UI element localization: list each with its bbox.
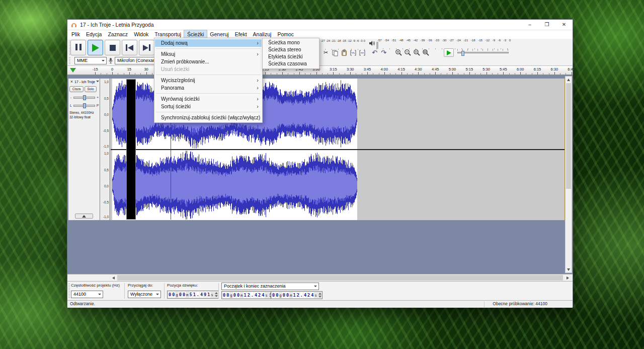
trim-audio-button[interactable] (349, 48, 357, 57)
timeline-ruler[interactable]: -1501530451:001:151:301:452:002:152:302:… (67, 66, 573, 75)
scroll-right-button[interactable] (565, 274, 571, 281)
ruler-tick (350, 72, 351, 75)
track-area[interactable]: × 17 - Ich Troje Cisza Solo - + L P Ster… (67, 75, 573, 274)
tracks-menu-item[interactable]: Miksuj› (155, 50, 262, 58)
silence-audio-button[interactable] (358, 48, 366, 57)
redo-button[interactable]: ↷ (379, 48, 388, 57)
menubar-item-plik[interactable]: Plik (68, 30, 83, 39)
spin-up-icon[interactable] (318, 293, 321, 295)
audio-track[interactable]: × 17 - Ich Troje Cisza Solo - + L P Ster… (68, 79, 565, 220)
toolbar-grip[interactable] (69, 57, 70, 64)
waveform-channel-right[interactable] (112, 150, 357, 220)
scroll-up-button[interactable] (566, 77, 572, 83)
menu-separator (156, 48, 261, 49)
play-at-speed-button[interactable] (444, 48, 454, 57)
toolbar-grip[interactable] (68, 284, 70, 299)
undo-button[interactable]: ↶ (370, 48, 379, 57)
status-message: Odtwarzanie. (70, 301, 95, 306)
pause-button[interactable] (70, 40, 86, 55)
ruler-time-label: 3:45 (360, 67, 374, 72)
ruler-tick (310, 73, 311, 75)
minimize-button[interactable]: – (521, 20, 538, 30)
track-collapse-button[interactable] (75, 214, 93, 219)
tracks-menu-item[interactable]: Wycisz/zgłośnij› (155, 77, 262, 84)
submenu-item[interactable]: Ścieżka czasowa (263, 60, 318, 67)
amplitude-label: 1,0 (101, 152, 109, 155)
cut-button[interactable]: ✂ (321, 48, 330, 57)
project-rate-select[interactable]: 44100 (71, 291, 103, 298)
zoom-selection-button[interactable] (413, 48, 421, 57)
spin-up-icon[interactable] (215, 292, 218, 294)
spin-down-icon[interactable] (318, 296, 321, 298)
clipboard-icon (341, 49, 348, 56)
audio-host-select[interactable]: MME (74, 57, 107, 64)
ruler-tick (390, 73, 390, 75)
window-title: 17 - Ich Troje - Letnia Przygoda (80, 20, 154, 30)
tracks-menu-item[interactable]: Wyrównaj ścieżki› (155, 95, 262, 103)
gain-slider[interactable]: - + (69, 95, 99, 101)
tracks-menu-item[interactable]: Sortuj ścieżki› (155, 103, 262, 110)
audio-position-field[interactable]: 00g00m51.491s (167, 291, 219, 299)
selection-cursor (126, 79, 136, 220)
ruler-tick (498, 73, 498, 75)
playback-meter-bar-right (377, 42, 378, 49)
scroll-left-button[interactable] (110, 274, 117, 281)
submenu-item[interactable]: Ścieżka mono (263, 39, 318, 46)
titlebar[interactable]: 17 - Ich Troje - Letnia Przygoda – ❐ ✕ (67, 20, 573, 30)
maximize-button[interactable]: ❐ (538, 20, 555, 30)
skip-to-start-button[interactable] (122, 40, 137, 55)
track-menu-arrow-icon[interactable] (96, 81, 99, 84)
track-close-button[interactable]: × (69, 79, 74, 85)
zoom-in-button[interactable] (394, 48, 403, 57)
mute-button[interactable]: Cisza (69, 86, 84, 92)
zoom-out-button[interactable] (404, 48, 412, 57)
vertical-scrollbar[interactable] (565, 76, 572, 273)
microphone-icon (108, 57, 113, 64)
speed-slider-thumb[interactable] (461, 51, 464, 56)
playback-meter[interactable]: -57-54-51-48-45-42-39-36-33-30-27-24-21-… (368, 39, 512, 49)
spinner-arrows-icon[interactable] (318, 293, 321, 298)
vertical-ruler[interactable]: 1,00,50,0-0,5-1,01,00,50,0-0,5-1,0 (101, 79, 110, 220)
copy-button[interactable] (331, 48, 339, 57)
submenu-item[interactable]: Etykieta ścieżki (263, 53, 318, 60)
submenu-item[interactable]: Ścieżka stereo (263, 46, 318, 53)
tracks-menu-item[interactable]: Zmień próbkowanie... (155, 58, 262, 65)
horizontal-scroll-thumb[interactable] (117, 275, 563, 281)
zoom-fit-project-button[interactable] (422, 48, 430, 57)
play-speed-slider[interactable] (457, 49, 509, 56)
play-button[interactable] (88, 40, 103, 55)
menubar-item-edycja[interactable]: Edycja (83, 30, 105, 39)
pan-slider[interactable]: L P (69, 103, 99, 109)
spin-down-icon[interactable] (215, 295, 218, 297)
audacity-headphones-icon (71, 22, 77, 28)
selection-end-field[interactable]: 00g00m12.424s (271, 291, 323, 299)
arrow-left-icon (112, 276, 115, 280)
selection-range-select[interactable]: Początek i koniec zaznaczenia (221, 283, 319, 290)
paste-button[interactable] (340, 48, 348, 57)
menubar-item-zaznacz[interactable]: Zaznacz (105, 30, 131, 39)
solo-button[interactable]: Solo (85, 86, 97, 92)
trim-icon (350, 49, 357, 56)
ruler-tick (447, 73, 447, 75)
tracks-menu-item[interactable]: Panorama› (155, 84, 262, 92)
vertical-scroll-thumb[interactable] (566, 83, 571, 189)
spinner-arrows-icon[interactable] (215, 292, 218, 297)
menubar-item-widok[interactable]: Widok (131, 30, 151, 39)
scroll-down-button[interactable] (566, 266, 572, 272)
menubar: PlikEdycjaZaznaczWidokTransportujŚcieżki… (67, 30, 573, 39)
tracks-menu-item[interactable]: Dodaj nową› (155, 39, 262, 47)
timeline-pin-icon[interactable] (70, 68, 76, 73)
ruler-tick (322, 73, 323, 75)
selection-start-field[interactable]: 00g00m12.424s (221, 291, 273, 299)
stop-button[interactable] (105, 40, 120, 55)
snap-to-select[interactable]: Wyłączone (128, 291, 161, 298)
pan-slider-thumb[interactable] (83, 103, 86, 108)
ruler-tick (288, 73, 288, 75)
gain-slider-thumb[interactable] (83, 95, 86, 100)
horizontal-scrollbar[interactable] (67, 274, 573, 281)
skip-to-end-button[interactable] (139, 40, 154, 55)
ruler-time-label: 15 (122, 67, 136, 72)
track-title[interactable]: 17 - Ich Troje (74, 79, 96, 85)
tracks-menu-item[interactable]: Synchronizuj-zablokuj ścieżki (włącz/wył… (155, 114, 262, 121)
close-button[interactable]: ✕ (555, 20, 573, 30)
